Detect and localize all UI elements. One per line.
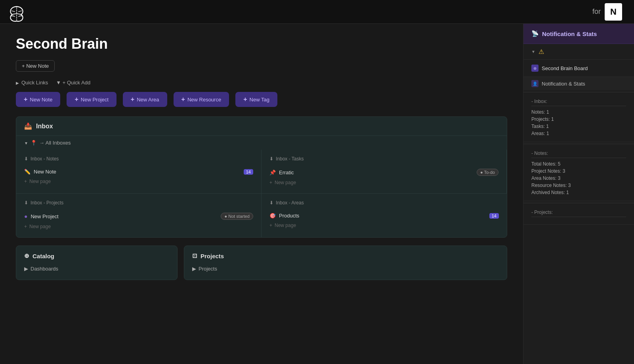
stats-archived-notes: Archived Notes: 1 <box>531 189 626 196</box>
notion-logo: N <box>605 3 622 21</box>
inbox-notes-new-page[interactable]: + New page <box>24 177 253 186</box>
inbox-header: 📥 Inbox <box>16 117 507 136</box>
quick-add-new-project-label: New Project <box>81 97 109 103</box>
catalog-section: ⊕ Catalog ▶ Dashboards <box>16 246 178 280</box>
list-item[interactable]: 🎯 Products 14 <box>269 210 499 221</box>
edit-icon: ✏️ <box>24 169 31 175</box>
inbox-title: Inbox <box>36 123 53 130</box>
stats-inbox-title: - Inbox: <box>531 99 626 106</box>
quick-links-row: Quick Links ▼ + Quick Add <box>16 80 507 86</box>
triangle-right-icon: ▶ <box>24 266 28 272</box>
new-page-label: New page <box>29 179 51 184</box>
triangle-down-icon <box>24 140 28 146</box>
download-icon: ⬇ <box>24 156 28 162</box>
pin-icon: 📌 <box>269 170 276 175</box>
plus-icon: + <box>269 180 272 185</box>
quick-add-new-note-button[interactable]: + New Note <box>16 92 60 107</box>
circle-icon: ● <box>24 213 27 219</box>
plus-icon: + <box>181 96 185 103</box>
stats-projects-title: - Projects: <box>531 210 626 217</box>
projects-title: Projects <box>201 253 224 259</box>
inbox-all-inboxes[interactable]: 📍 → All Inboxes <box>16 136 507 150</box>
inbox-section: 📥 Inbox 📍 → All Inboxes ⬇ Inbox - Notes … <box>16 116 507 238</box>
dashboards-item[interactable]: ▶ Dashboards <box>24 264 169 273</box>
new-page-label: New page <box>275 223 296 228</box>
inbox-grid: ⬇ Inbox - Notes ✏️ New Note 14 + New pag… <box>16 150 507 237</box>
quick-add-new-area-button[interactable]: + New Area <box>123 92 167 107</box>
content-area: Second Brain + New Note Quick Links ▼ + … <box>0 24 523 364</box>
inbox-areas-title: Inbox - Areas <box>276 200 304 206</box>
quick-links-toggle[interactable]: Quick Links <box>16 80 48 86</box>
bottom-grid: ⊕ Catalog ▶ Dashboards ⊡ Projects ▶ Proj… <box>16 246 507 280</box>
board-icon: ⊕ <box>531 65 539 72</box>
quick-add-new-resource-button[interactable]: + New Resource <box>174 92 229 107</box>
quick-add-new-area-label: New Area <box>137 97 159 103</box>
all-inboxes-label: → All Inboxes <box>39 140 71 146</box>
notif-icon: 📡 <box>531 30 539 37</box>
stats-projects-section: - Projects: <box>523 205 634 225</box>
bell-row: ⚠ <box>523 44 634 60</box>
download-icon: ⬇ <box>269 156 273 162</box>
projects-item[interactable]: ▶ Projects <box>192 264 499 273</box>
new-project-label: New Project <box>31 213 58 219</box>
list-item[interactable]: ✏️ New Note 14 <box>24 166 253 177</box>
second-brain-board-label: Second Brain Board <box>542 65 588 71</box>
new-page-label: New page <box>275 180 296 185</box>
inbox-areas-new-page[interactable]: + New page <box>269 221 499 230</box>
stats-notes-count: Notes: 1 <box>531 109 626 116</box>
quick-add-new-project-button[interactable]: + New Project <box>67 92 116 107</box>
download-icon: ⬇ <box>24 200 28 206</box>
plus-icon: + <box>131 96 134 103</box>
projects-header: ⊡ Projects <box>192 252 499 259</box>
quick-add-new-resource-label: New Resource <box>187 97 221 103</box>
quick-add-new-tag-label: New Tag <box>250 97 269 103</box>
inbox-areas-badge: 14 <box>489 213 499 219</box>
second-brain-board-item[interactable]: ⊕ Second Brain Board <box>523 60 634 77</box>
inbox-notes-badge: 14 <box>244 169 253 175</box>
catalog-title: Catalog <box>32 253 54 259</box>
stats-notes-title: - Notes: <box>531 151 626 158</box>
plus-icon: + <box>74 96 78 103</box>
brain-logo <box>6 3 27 24</box>
stats-areas-count: Areas: 1 <box>531 130 626 137</box>
catalog-icon: ⊕ <box>24 252 29 259</box>
new-page-label: New page <box>29 224 51 229</box>
stats-notes-section: - Notes: Total Notes: 5 Project Notes: 3… <box>523 146 634 201</box>
list-item[interactable]: ● New Project ● Not started <box>24 210 253 222</box>
products-label: Products <box>279 213 299 219</box>
inbox-notes-header: ⬇ Inbox - Notes <box>24 156 253 162</box>
catalog-header: ⊕ Catalog <box>24 252 169 259</box>
download-icon: ⬇ <box>269 200 273 206</box>
quick-add-new-note-label: New Note <box>30 97 52 103</box>
plus-icon: + <box>24 224 27 229</box>
plus-icon: + <box>243 96 247 103</box>
inbox-tasks-col: ⬇ Inbox - Tasks 📌 Erratic ● To-do + New … <box>262 150 507 193</box>
inbox-projects-new-page[interactable]: + New page <box>24 222 253 231</box>
projects-section: ⊡ Projects ▶ Projects <box>184 246 507 280</box>
stats-projects-count: Projects: 1 <box>531 116 626 123</box>
not-started-badge: ● Not started <box>221 213 253 220</box>
quick-links-label: Quick Links <box>21 80 48 86</box>
warning-icon: ⚠ <box>539 48 544 55</box>
quick-add-new-tag-button[interactable]: + New Tag <box>235 92 277 107</box>
stats-project-notes: Project Notes: 3 <box>531 168 626 175</box>
location-pin-icon: 📍 <box>31 140 37 146</box>
new-note-header-button[interactable]: + New Note <box>16 60 55 72</box>
list-item[interactable]: 📌 Erratic ● To-do <box>269 166 498 178</box>
inbox-areas-col: ⬇ Inbox - Areas 🎯 Products 14 + New page <box>262 193 507 237</box>
notif-stats-title: Notification & Stats <box>542 30 597 37</box>
inbox-tasks-title: Inbox - Tasks <box>276 156 304 162</box>
plus-icon: + <box>24 179 27 184</box>
erratic-label: Erratic <box>279 170 294 175</box>
notif-stats-item[interactable]: 👤 Notification & Stats <box>523 77 634 90</box>
stats-tasks-count: Tasks: 1 <box>531 123 626 130</box>
inbox-tasks-header: ⬇ Inbox - Tasks <box>269 156 498 162</box>
inbox-projects-col: ⬇ Inbox - Projects ● New Project ● Not s… <box>16 193 262 237</box>
inbox-tasks-new-page[interactable]: + New page <box>269 178 498 187</box>
inbox-icon: 📥 <box>24 122 32 130</box>
inbox-notes-title: Inbox - Notes <box>31 156 59 162</box>
notif-stats-header: 📡 Notification & Stats <box>523 24 634 44</box>
right-sidebar: 📡 Notification & Stats ⚠ ⊕ Second Brain … <box>523 24 634 364</box>
quick-add-label: ▼ + Quick Add <box>56 80 90 86</box>
quick-add-toggle[interactable]: ▼ + Quick Add <box>56 80 90 86</box>
